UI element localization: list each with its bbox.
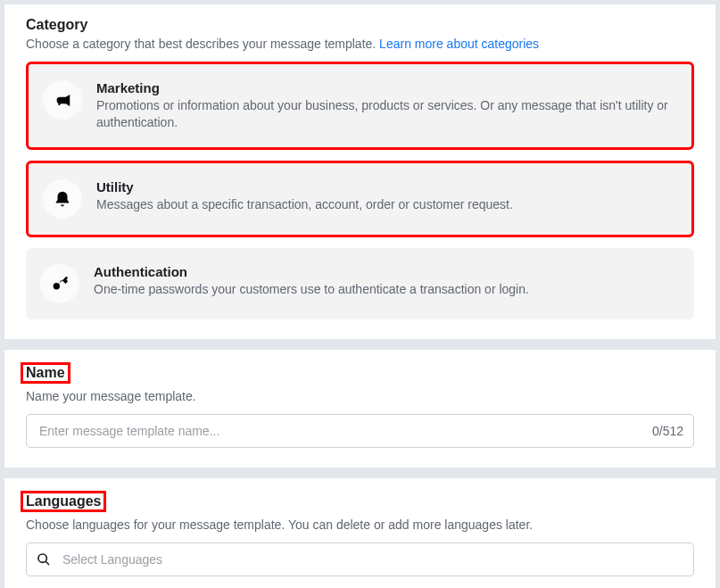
category-cards: Marketing Promotions or information abou… (26, 62, 694, 319)
category-card-utility[interactable]: Utility Messages about a specific transa… (26, 161, 694, 237)
name-panel: Name Name your message template. 0/512 (4, 349, 716, 468)
card-body: Utility Messages about a specific transa… (96, 179, 677, 213)
languages-panel: Languages Choose languages for your mess… (4, 477, 716, 588)
card-body: Marketing Promotions or information abou… (96, 80, 677, 131)
card-desc: Messages about a specific transaction, a… (96, 196, 677, 213)
name-title: Name (21, 362, 70, 384)
name-input[interactable] (26, 414, 694, 448)
category-card-marketing[interactable]: Marketing Promotions or information abou… (26, 62, 694, 150)
bell-icon (43, 179, 82, 219)
card-title: Authentication (94, 264, 680, 279)
megaphone-icon (43, 80, 82, 120)
category-title: Category (26, 17, 87, 33)
category-card-authentication[interactable]: Authentication One-time passwords your c… (26, 248, 694, 319)
languages-input-wrap (26, 542, 694, 576)
search-icon (37, 552, 51, 567)
languages-input[interactable] (26, 542, 694, 576)
key-icon (40, 264, 79, 303)
languages-subtitle: Choose languages for your message templa… (26, 518, 694, 532)
svg-point-1 (38, 554, 46, 562)
svg-point-0 (54, 283, 60, 289)
languages-title: Languages (21, 491, 106, 512)
category-subtitle: Choose a category that best describes yo… (26, 37, 694, 51)
card-desc: One-time passwords your customers use to… (94, 281, 680, 298)
learn-more-link[interactable]: Learn more about categories (379, 37, 539, 51)
card-title: Utility (96, 179, 677, 195)
category-subtitle-text: Choose a category that best describes yo… (26, 37, 379, 51)
category-panel: Category Choose a category that best des… (4, 4, 716, 340)
char-count: 0/512 (652, 424, 683, 438)
card-title: Marketing (96, 80, 677, 95)
card-body: Authentication One-time passwords your c… (94, 264, 680, 298)
svg-line-2 (46, 561, 49, 565)
card-desc: Promotions or information about your bus… (96, 97, 677, 131)
name-input-wrap: 0/512 (26, 414, 694, 448)
name-subtitle: Name your message template. (26, 389, 694, 403)
